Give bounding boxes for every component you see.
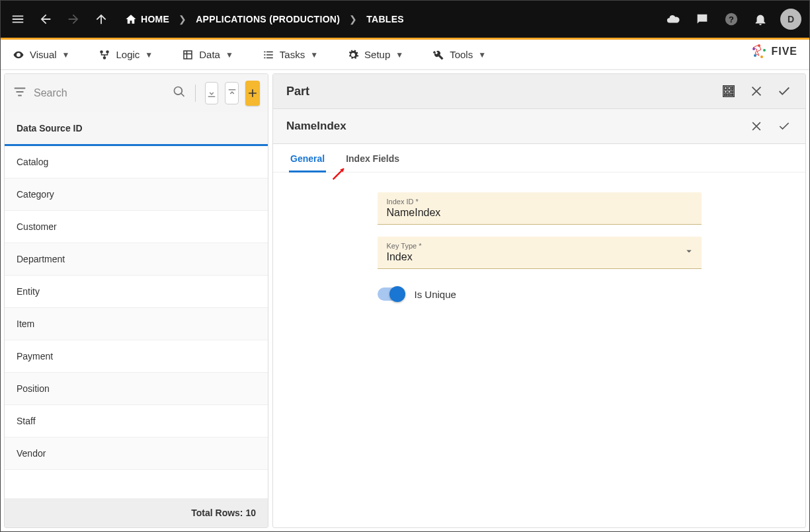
subtitle: NameIndex bbox=[286, 120, 346, 133]
field-value: NameIndex bbox=[387, 207, 692, 219]
list-item[interactable]: Vendor bbox=[5, 437, 268, 470]
menu-label: Tools bbox=[450, 49, 473, 60]
check-icon[interactable] bbox=[776, 118, 792, 134]
close-icon[interactable] bbox=[749, 118, 764, 134]
breadcrumb-label: APPLICATIONS (PRODUCTION) bbox=[196, 14, 340, 24]
menu-label: Logic bbox=[116, 49, 140, 60]
search-icon[interactable] bbox=[173, 85, 186, 101]
svg-point-3 bbox=[106, 50, 110, 54]
list-item-label: Item bbox=[17, 319, 34, 329]
menu-tasks[interactable]: Tasks▼ bbox=[263, 49, 318, 61]
list-item-label: Catalog bbox=[17, 157, 48, 167]
bell-icon[interactable] bbox=[751, 10, 770, 28]
filter-icon[interactable] bbox=[13, 85, 27, 102]
tab-label: Index Fields bbox=[346, 153, 399, 164]
index-id-field[interactable]: Index ID * NameIndex bbox=[378, 192, 702, 225]
list-item[interactable]: Category bbox=[5, 178, 268, 211]
menu-visual[interactable]: Visual▼ bbox=[13, 49, 69, 61]
chevron-right-icon: ❯ bbox=[179, 14, 186, 24]
breadcrumbs: HOME ❯ APPLICATIONS (PRODUCTION) ❯ TABLE… bbox=[125, 13, 404, 25]
close-icon[interactable] bbox=[749, 83, 764, 99]
tab-index-fields[interactable]: Index Fields bbox=[344, 144, 401, 172]
svg-point-6 bbox=[763, 49, 766, 52]
list-item-label: Vendor bbox=[17, 448, 46, 459]
cloud-icon[interactable] bbox=[664, 10, 682, 28]
divider bbox=[195, 85, 196, 102]
form-area: Index ID * NameIndex Key Type * Index Is… bbox=[273, 172, 805, 321]
list-item[interactable]: Position bbox=[5, 373, 268, 405]
breadcrumb-home[interactable]: HOME bbox=[125, 13, 169, 25]
hamburger-icon[interactable] bbox=[9, 10, 27, 28]
total-rows-label: Total Rows: 10 bbox=[191, 508, 256, 518]
list-item-label: Staff bbox=[17, 416, 36, 426]
up-icon[interactable] bbox=[92, 10, 110, 28]
list-item-label: Category bbox=[17, 189, 54, 200]
avatar-initial: D bbox=[788, 14, 794, 24]
menu-tools[interactable]: Tools▼ bbox=[432, 49, 486, 61]
svg-point-9 bbox=[752, 48, 755, 50]
breadcrumb-label: TABLES bbox=[366, 14, 404, 24]
page-title: Part bbox=[286, 85, 309, 98]
field-label: Index ID * bbox=[387, 198, 692, 206]
export-button[interactable] bbox=[225, 82, 239, 104]
menubar: Visual▼ Logic▼ Data▼ Tasks▼ Setup▼ Tools… bbox=[1, 40, 809, 70]
check-icon[interactable] bbox=[776, 83, 792, 99]
svg-point-5 bbox=[758, 44, 760, 47]
list-item[interactable]: Entity bbox=[5, 276, 268, 308]
tab-general[interactable]: General bbox=[289, 144, 326, 172]
help-icon[interactable]: ? bbox=[722, 10, 741, 28]
left-toolbar bbox=[5, 74, 268, 112]
is-unique-row: Is Unique bbox=[378, 287, 702, 301]
chat-icon[interactable] bbox=[693, 10, 711, 28]
back-icon[interactable] bbox=[36, 10, 55, 28]
toggle-label: Is Unique bbox=[415, 289, 456, 300]
menu-data[interactable]: Data▼ bbox=[182, 49, 233, 61]
brand-text: FIVE bbox=[771, 46, 797, 57]
breadcrumb-tables[interactable]: TABLES bbox=[366, 14, 404, 24]
list-item-label: Entity bbox=[17, 286, 40, 297]
list-item[interactable]: Customer bbox=[5, 211, 268, 243]
search-input[interactable] bbox=[34, 87, 166, 99]
tabs: General Index Fields bbox=[273, 144, 805, 172]
menu-label: Data bbox=[199, 49, 220, 60]
menu-label: Visual bbox=[30, 49, 57, 60]
list-item[interactable]: Department bbox=[5, 243, 268, 276]
menu-label: Setup bbox=[364, 49, 390, 60]
field-value: Index bbox=[387, 251, 692, 263]
svg-point-2 bbox=[101, 50, 104, 54]
list-item[interactable]: Catalog bbox=[5, 146, 268, 178]
breadcrumb-applications[interactable]: APPLICATIONS (PRODUCTION) bbox=[196, 14, 340, 24]
chevron-down-icon[interactable] bbox=[683, 245, 695, 260]
import-button[interactable] bbox=[205, 82, 219, 104]
list-item-label: Department bbox=[17, 254, 65, 264]
menu-logic[interactable]: Logic▼ bbox=[99, 49, 153, 61]
field-label: Key Type * bbox=[387, 242, 692, 250]
left-header-label: Data Source ID bbox=[17, 123, 83, 133]
grid-icon[interactable] bbox=[721, 83, 737, 99]
list-item-label: Payment bbox=[17, 351, 53, 361]
menu-label: Tasks bbox=[280, 49, 305, 60]
menu-setup[interactable]: Setup▼ bbox=[347, 49, 403, 61]
list-item-label: Customer bbox=[17, 221, 57, 232]
svg-point-8 bbox=[754, 54, 756, 57]
left-header: Data Source ID bbox=[5, 112, 268, 146]
topbar: HOME ❯ APPLICATIONS (PRODUCTION) ❯ TABLE… bbox=[1, 1, 809, 38]
chevron-right-icon: ❯ bbox=[349, 14, 357, 24]
brand-logo: FIVE bbox=[751, 44, 797, 59]
list-item-label: Position bbox=[17, 383, 50, 394]
right-panel: Part NameIndex bbox=[272, 73, 806, 528]
breadcrumb-label: HOME bbox=[141, 14, 169, 24]
svg-point-4 bbox=[103, 56, 106, 59]
avatar[interactable]: D bbox=[780, 9, 801, 30]
svg-text:?: ? bbox=[729, 15, 734, 24]
data-source-list: Catalog Category Customer Department Ent… bbox=[5, 146, 268, 498]
list-item[interactable]: Staff bbox=[5, 405, 268, 437]
toggle-knob bbox=[389, 286, 405, 302]
list-item[interactable]: Payment bbox=[5, 340, 268, 373]
is-unique-toggle[interactable] bbox=[378, 287, 404, 301]
add-button[interactable] bbox=[245, 81, 260, 106]
key-type-field[interactable]: Key Type * Index bbox=[378, 237, 702, 269]
list-item[interactable]: Item bbox=[5, 308, 268, 340]
svg-point-7 bbox=[760, 56, 763, 58]
right-subheader: NameIndex bbox=[273, 109, 805, 144]
